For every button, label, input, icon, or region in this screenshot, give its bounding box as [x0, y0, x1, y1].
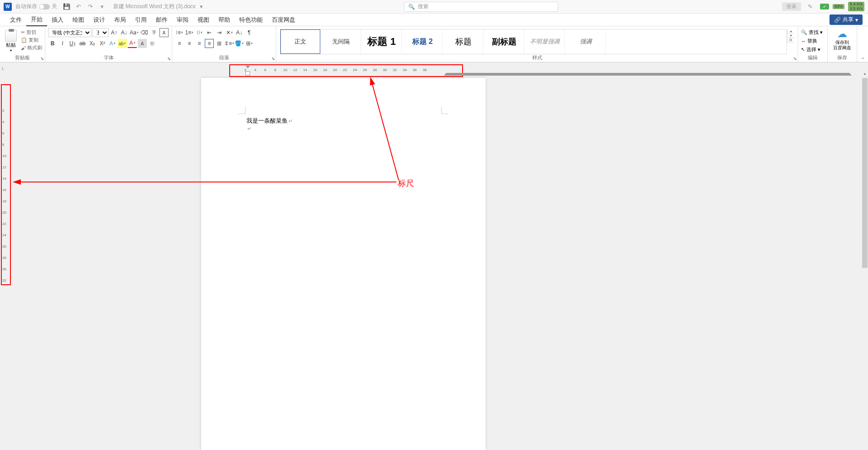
select-button[interactable]: ↖选择▾ — [801, 45, 825, 54]
undo-icon[interactable]: ↶ — [74, 3, 82, 11]
copy-icon: 📋 — [21, 37, 27, 43]
asian-layout-icon[interactable]: ✕ — [225, 28, 234, 37]
paste-button[interactable]: 粘贴 ▾ — [3, 28, 19, 53]
autosave-label: 自动保存 — [15, 3, 37, 10]
tab-help[interactable]: 帮助 — [214, 14, 235, 26]
horizontal-ruler[interactable]: 2468101214161820222426283032343638 — [229, 64, 868, 77]
style-heading1[interactable]: 标题 1 — [362, 29, 402, 54]
clear-format-icon[interactable]: ⌫ — [140, 28, 149, 37]
style-subtle-emphasis[interactable]: 不明显强调 — [525, 29, 565, 54]
cloud-icon[interactable]: ☁ — [837, 28, 847, 40]
underline-button[interactable]: U — [68, 39, 77, 48]
style-scroll: ▴ ▾ ⊟ — [787, 29, 794, 43]
subscript-button[interactable]: X₂ — [88, 39, 97, 48]
increase-font-icon[interactable]: A↑ — [110, 28, 119, 37]
style-expand-icon[interactable]: ⊟ — [787, 38, 794, 43]
style-heading2[interactable]: 标题 2 — [403, 29, 443, 54]
tab-insert[interactable]: 插入 — [47, 14, 68, 26]
menu-tabs: 文件 开始 插入 绘图 设计 布局 引用 邮件 审阅 视图 帮助 特色功能 百度… — [0, 14, 868, 26]
copy-button[interactable]: 📋复制 — [21, 37, 42, 43]
superscript-button[interactable]: X² — [98, 39, 107, 48]
clipboard-launcher-icon[interactable]: ⬊ — [40, 56, 44, 61]
distributed-icon[interactable]: ⊞ — [215, 39, 224, 48]
font-size-select[interactable]: 五号 — [92, 28, 109, 37]
char-border-icon[interactable]: A — [159, 28, 169, 37]
qat-dropdown-icon[interactable]: ▾ — [98, 3, 106, 11]
strikethrough-button[interactable]: ab — [78, 39, 87, 48]
style-emphasis[interactable]: 强调 — [566, 29, 606, 54]
change-case-icon[interactable]: Aa — [130, 28, 139, 37]
font-name-select[interactable]: 等线 (中文正文) — [48, 28, 92, 37]
style-nospacing[interactable]: 无间隔 — [321, 29, 361, 54]
tab-design[interactable]: 设计 — [89, 14, 110, 26]
autosave-toggle[interactable]: 自动保存 关 — [15, 3, 57, 10]
style-title[interactable]: 标题 — [444, 29, 483, 54]
font-launcher-icon[interactable]: ⬊ — [167, 56, 171, 61]
save-icon[interactable]: 💾 — [63, 3, 71, 11]
align-right-icon[interactable]: ≡ — [195, 39, 204, 48]
tab-features[interactable]: 特色功能 — [235, 14, 267, 26]
char-shading-icon[interactable]: A — [138, 39, 147, 48]
battery-indicator: 63% — [833, 4, 844, 10]
text-effects-icon[interactable]: A — [108, 39, 117, 48]
document-text[interactable]: 我是一条酸菜鱼↵ ↵ — [246, 117, 293, 132]
bold-button[interactable]: B — [48, 39, 57, 48]
style-scroll-up-icon[interactable]: ▴ — [787, 29, 794, 34]
redo-icon[interactable]: ↷ — [86, 3, 94, 11]
scrollbar-thumb[interactable] — [862, 78, 868, 268]
line-spacing-icon[interactable]: ⇕≡ — [225, 39, 234, 48]
styles-launcher-icon[interactable]: ⬊ — [793, 56, 797, 61]
align-left-icon[interactable]: ≡ — [175, 39, 184, 48]
decrease-indent-icon[interactable]: ⇤ — [205, 28, 214, 37]
tab-home[interactable]: 开始 — [26, 14, 47, 26]
tab-layout[interactable]: 布局 — [110, 14, 130, 26]
style-normal[interactable]: 正文 — [280, 29, 320, 54]
tab-review[interactable]: 审阅 — [172, 14, 193, 26]
collapse-ribbon-icon[interactable]: ⌄ — [857, 26, 868, 62]
tab-file[interactable]: 文件 — [5, 14, 26, 26]
font-color-icon[interactable]: A — [128, 39, 137, 48]
search-box[interactable]: 🔍 搜索 — [404, 2, 558, 12]
tab-view[interactable]: 视图 — [193, 14, 214, 26]
tab-draw[interactable]: 绘图 — [68, 14, 89, 26]
highlight-icon[interactable]: ab — [118, 39, 127, 48]
show-marks-icon[interactable]: ¶ — [245, 28, 254, 37]
save-cloud-label: 保存到百度网盘 — [833, 40, 851, 51]
decrease-font-icon[interactable]: A↓ — [120, 28, 129, 37]
justify-icon[interactable]: ≡ — [205, 39, 214, 48]
paragraph-group: ⁝≡ 1≡ ⁝⁝ ⇤ ⇥ ✕ A↓ ¶ ≡ ≡ ≡ ≡ ⊞ ⇕≡ 🪣 ⊞ 段落 … — [172, 26, 276, 62]
shading-icon[interactable]: 🪣 — [235, 39, 244, 48]
tab-baidu[interactable]: 百度网盘 — [267, 14, 300, 26]
share-button[interactable]: 🔗 共享 ▾ — [829, 14, 863, 25]
login-button[interactable]: 登录 — [782, 2, 801, 11]
bullets-icon[interactable]: ⁝≡ — [175, 28, 184, 37]
tab-references[interactable]: 引用 — [130, 14, 151, 26]
format-painter-button[interactable]: 🖌格式刷 — [21, 44, 42, 51]
sort-icon[interactable]: A↓ — [235, 28, 244, 37]
cut-button[interactable]: ✂剪切 — [21, 29, 42, 36]
scroll-up-icon[interactable]: ▴ — [862, 72, 868, 78]
increase-indent-icon[interactable]: ⇥ — [215, 28, 224, 37]
styles-group: 正文 无间隔 标题 1 标题 2 标题 副标题 不明显强调 强调 ▴ ▾ ⊟ 样… — [276, 26, 798, 62]
vertical-ruler[interactable]: 2468101214161820222426283032 — [1, 81, 11, 450]
document-page[interactable]: 我是一条酸菜鱼↵ ↵ — [201, 78, 486, 450]
paragraph-launcher-icon[interactable]: ⬊ — [271, 56, 275, 61]
style-subtitle[interactable]: 副标题 — [484, 29, 524, 54]
phonetic-guide-icon[interactable]: 字 — [149, 28, 159, 37]
toggle-switch-icon[interactable] — [39, 4, 50, 10]
title-dropdown-icon[interactable]: ▾ — [198, 3, 206, 11]
find-button[interactable]: 🔍查找▾ — [801, 28, 825, 37]
multilevel-icon[interactable]: ⁝⁝ — [195, 28, 204, 37]
borders-icon[interactable]: ⊞ — [245, 39, 254, 48]
style-scroll-down-icon[interactable]: ▾ — [787, 34, 794, 38]
tab-mailings[interactable]: 邮件 — [151, 14, 172, 26]
enclose-char-icon[interactable]: ㊕ — [148, 39, 157, 48]
italic-button[interactable]: I — [58, 39, 67, 48]
replace-button[interactable]: ↔替换 — [801, 37, 825, 45]
align-center-icon[interactable]: ≡ — [185, 39, 194, 48]
right-indent-marker-icon[interactable] — [444, 73, 852, 76]
pen-icon[interactable]: ✎ — [806, 3, 815, 11]
vertical-scrollbar[interactable] — [862, 78, 868, 450]
style-gallery: 正文 无间隔 标题 1 标题 2 标题 副标题 不明显强调 强调 — [280, 29, 787, 54]
numbering-icon[interactable]: 1≡ — [185, 28, 194, 37]
